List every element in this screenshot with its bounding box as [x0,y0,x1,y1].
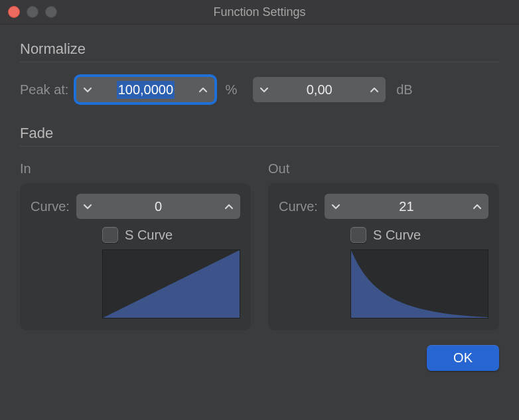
fade-in-curve-stepper[interactable]: 0 [76,194,240,219]
peak-percent-value[interactable]: 100,0000 [99,80,192,100]
db-unit: dB [396,82,412,98]
fade-out-column: Out Curve: 21 S C [268,161,499,330]
peak-db-value[interactable]: 0,00 [275,77,363,102]
fade-out-panel: Curve: 21 S Curve [268,183,499,330]
normalize-row: Peak at: 100,0000 % 0,00 dB [20,77,499,102]
chevron-down-icon[interactable] [76,194,99,219]
svg-marker-0 [103,250,240,318]
titlebar: Function Settings [0,0,519,25]
chevron-down-icon[interactable] [76,77,99,102]
fade-out-curve-stepper[interactable]: 21 [325,194,488,219]
fade-in-scurve-row: S Curve [102,227,240,243]
fade-in-scurve-label: S Curve [125,228,173,243]
fade-header: Fade [20,125,499,142]
chevron-up-icon[interactable] [218,194,240,219]
divider [20,146,499,147]
fade-out-label: Out [268,161,499,176]
curve-label: Curve: [31,199,70,214]
content: Normalize Peak at: 100,0000 % 0,00 dB [0,25,519,384]
fade-in-scurve-checkbox[interactable] [102,227,118,243]
fade-columns: In Curve: 0 S Cur [20,161,499,330]
ok-button[interactable]: OK [427,345,499,371]
fade-out-curve-value[interactable]: 21 [347,194,466,219]
fade-in-panel: Curve: 0 S Curve [20,183,251,330]
peak-db-stepper[interactable]: 0,00 [253,77,386,102]
fade-in-column: In Curve: 0 S Cur [20,161,251,330]
window-title: Function Settings [0,5,519,19]
chevron-up-icon[interactable] [466,194,488,219]
percent-unit: % [225,82,237,98]
fade-out-scurve-label: S Curve [373,228,421,243]
fade-in-label: In [20,161,251,176]
fade-in-curve-row: Curve: 0 [31,194,240,219]
chevron-up-icon[interactable] [363,77,386,102]
fade-out-curve-graph [350,249,488,318]
fade-in-curve-value[interactable]: 0 [99,194,218,219]
normalize-header: Normalize [20,40,499,58]
footer: OK [20,345,499,371]
chevron-down-icon[interactable] [253,77,275,102]
fade-out-scurve-checkbox[interactable] [350,227,366,243]
peak-percent-stepper[interactable]: 100,0000 [76,77,214,102]
fade-in-curve-graph [102,249,240,318]
fade-out-scurve-row: S Curve [350,227,488,243]
curve-label: Curve: [279,199,318,214]
chevron-up-icon[interactable] [192,77,214,102]
fade-out-curve-row: Curve: 21 [279,194,488,219]
chevron-down-icon[interactable] [325,194,347,219]
peak-at-label: Peak at: [20,82,68,98]
divider [20,62,499,62]
